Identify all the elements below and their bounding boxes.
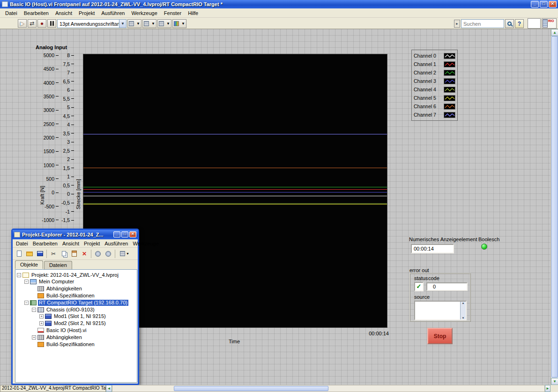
error-source-indicator: ▲▼ [414, 301, 467, 320]
tree-item[interactable]: −Mein Computer [24, 279, 75, 285]
tab-dateien[interactable]: Dateien [44, 261, 72, 269]
explorer-close-button[interactable]: ✕ [129, 231, 136, 237]
scroll-up-icon[interactable]: ▲ [461, 302, 466, 304]
tick-mark [71, 150, 74, 151]
tree-item-label[interactable]: Projekt: 2012-01-24_ZWL-VV_4.lvproj [30, 272, 119, 278]
close-button[interactable]: ✕ [549, 1, 557, 7]
tree-item-label[interactable]: Mod1 (Slot 1, NI 9215) [53, 313, 107, 319]
vertical-scrollbar[interactable]: ▲ ▼ [551, 29, 558, 385]
open-button[interactable] [25, 249, 34, 259]
menu-item-hilfe[interactable]: Hilfe [185, 9, 201, 17]
legend-plot-swatch[interactable] [444, 95, 455, 101]
font-selector[interactable]: 13pt Anwendungsschriftart ▼ [57, 19, 126, 28]
new-button[interactable] [15, 249, 24, 259]
help-button[interactable]: ? [515, 19, 524, 28]
scroll-right-button[interactable]: ► [545, 385, 551, 392]
tree-item-label[interactable]: Abhängigkeiten [45, 334, 83, 340]
pause-button[interactable] [47, 19, 56, 28]
view-columns-dropdown[interactable]: ▼ [117, 249, 132, 259]
tree-item[interactable]: −Projekt: 2012-01-24_ZWL-VV_4.lvproj [17, 272, 119, 278]
maximize-button[interactable]: □ [540, 1, 548, 7]
target-tool-button[interactable] [93, 249, 103, 259]
tree-item[interactable]: +Mod1 (Slot 1, NI 9215) [39, 313, 107, 320]
tree-item[interactable]: +Mod2 (Slot 2, NI 9215) [39, 320, 107, 327]
tree-expander-icon[interactable]: − [32, 308, 36, 312]
tree-expander-icon[interactable]: + [39, 314, 44, 318]
delete-button[interactable]: ✕ [80, 249, 89, 259]
distribute-objects-dropdown[interactable]: ▼ [142, 19, 156, 28]
horizontal-scrollbar[interactable] [112, 385, 545, 392]
tree-item-label[interactable]: Chassis (cRIO-9103) [45, 307, 96, 313]
scroll-up-button[interactable]: ▲ [551, 29, 558, 36]
search-input[interactable] [461, 19, 504, 28]
font-selector-value: 13pt Anwendungsschriftart [58, 21, 119, 27]
paste-button[interactable] [69, 249, 79, 259]
menu-item-bearbeiten[interactable]: Bearbeiten [21, 9, 52, 17]
scroll-down-button[interactable]: ▼ [551, 378, 558, 385]
search-button[interactable] [505, 19, 514, 28]
menu-item-fenster[interactable]: Fenster [161, 9, 185, 17]
save-all-button[interactable] [35, 249, 45, 259]
tree-item-label[interactable]: Mod2 (Slot 2, NI 9215) [53, 320, 107, 326]
search-scope-button[interactable]: ► [454, 20, 460, 28]
legend-plot-swatch[interactable] [444, 78, 455, 84]
resize-objects-dropdown[interactable]: ▼ [157, 19, 171, 28]
menu-item-projekt[interactable]: Projekt [82, 240, 102, 247]
legend-plot-swatch[interactable] [444, 70, 455, 76]
reorder-objects-dropdown[interactable]: ▼ [172, 19, 186, 28]
tree-item-label[interactable]: RT CompactRIO Target (192.168.0.70) [38, 300, 128, 306]
scroll-left-button[interactable]: ◄ [106, 385, 112, 392]
menu-item-ansicht[interactable]: Ansicht [52, 9, 75, 17]
copy-button[interactable] [59, 249, 68, 259]
legend-plot-swatch[interactable] [444, 112, 455, 118]
menu-item-projekt[interactable]: Projekt [75, 9, 98, 17]
menu-item-ausführen[interactable]: Ausführen [102, 240, 130, 247]
menu-item-werkzeuge[interactable]: Werkzeuge [128, 9, 160, 17]
minimize-button[interactable]: _ [531, 1, 539, 7]
tree-item[interactable]: Basic IO (Host).vi [32, 327, 88, 333]
tree-item[interactable]: +Abhängigkeiten [32, 334, 83, 340]
run-continuous-button[interactable]: ⇄ [28, 19, 37, 28]
tree-item[interactable]: Abhängigkeiten [32, 286, 83, 292]
chevron-down-icon[interactable]: ▼ [119, 20, 126, 28]
vertical-scrollbar-thumb[interactable] [551, 36, 558, 377]
cut-button[interactable]: ✂ [49, 249, 58, 259]
tree-item[interactable]: −RT CompactRIO Target (192.168.0.70) [24, 299, 128, 306]
run-button[interactable]: ▶ [18, 19, 27, 28]
settings-tool-button[interactable] [104, 249, 113, 259]
boolean-led[interactable] [481, 244, 487, 250]
tree-item-label[interactable]: Abhängigkeiten [45, 286, 83, 292]
source-scrollbar[interactable]: ▲▼ [460, 302, 466, 319]
menu-item-bearbeiten[interactable]: Bearbeiten [30, 240, 60, 247]
tree-item-label[interactable]: Basic IO (Host).vi [45, 327, 88, 333]
legend-plot-swatch[interactable] [444, 53, 455, 59]
menu-item-ansicht[interactable]: Ansicht [60, 240, 82, 247]
plot-trace-channel-3 [83, 192, 387, 192]
tab-objekte[interactable]: Objekte [15, 260, 43, 269]
scroll-down-icon[interactable]: ▼ [461, 317, 466, 319]
explorer-minimize-button[interactable]: _ [113, 231, 120, 237]
tree-expander-icon[interactable]: + [32, 335, 36, 340]
legend-plot-swatch[interactable] [444, 87, 455, 93]
tree-item-label[interactable]: Build-Spezifikationen [45, 293, 96, 299]
menu-item-ausführen[interactable]: Ausführen [98, 9, 128, 17]
tree-expander-icon[interactable]: − [24, 280, 29, 284]
tree-expander-icon[interactable]: − [24, 301, 29, 305]
menu-item-werkzeuge[interactable]: Werkzeuge [130, 240, 161, 247]
tree-item[interactable]: Build-Spezifikationen [32, 292, 96, 299]
stop-button[interactable]: Stop [427, 328, 453, 344]
menu-item-datei[interactable]: Datei [2, 9, 21, 17]
tree-expander-icon[interactable]: + [39, 321, 44, 325]
tree-expander-icon[interactable]: − [17, 273, 21, 277]
explorer-maximize-button[interactable]: □ [121, 231, 128, 237]
tree-item[interactable]: −Chassis (cRIO-9103) [32, 306, 96, 313]
menu-item-datei[interactable]: Datei [14, 240, 30, 247]
abort-button[interactable]: ● [37, 19, 46, 28]
tree-item[interactable]: Build-Spezifikationen [32, 341, 96, 348]
legend-plot-swatch[interactable] [444, 61, 455, 67]
legend-plot-swatch[interactable] [444, 104, 455, 110]
tree-item-label[interactable]: Mein Computer [38, 279, 75, 285]
align-objects-dropdown[interactable]: ▼ [127, 19, 141, 28]
tree-item-label[interactable]: Build-Spezifikationen [45, 341, 96, 348]
horizontal-scrollbar-thumb[interactable] [174, 386, 328, 391]
